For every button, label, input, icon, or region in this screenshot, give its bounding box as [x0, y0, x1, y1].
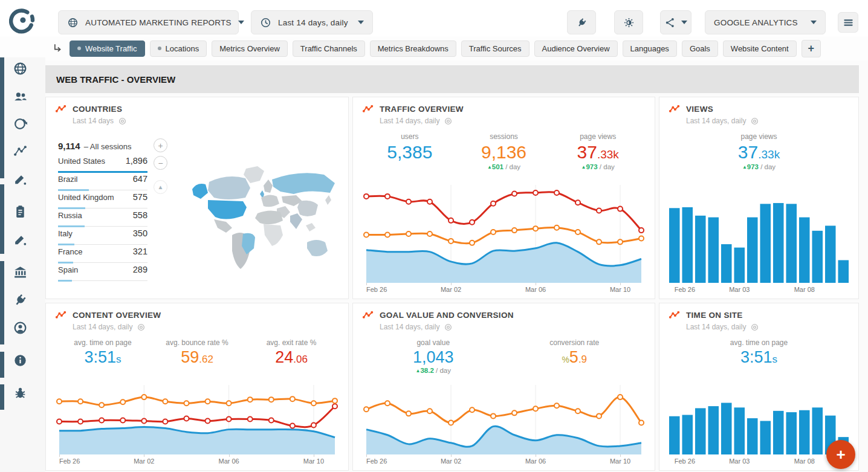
metric-avg-time-on-page: avg. time on page 3:51s	[669, 338, 849, 366]
metric-users: users 5,385	[363, 132, 457, 170]
add-widget-fab[interactable]: +	[826, 440, 855, 469]
all-sessions-total: 9,114 – All sessions	[58, 141, 167, 151]
integrations-button[interactable]	[567, 10, 596, 34]
chart-pulse-icon	[56, 105, 66, 114]
views-chart: Feb 26Mar 03Mar 08	[669, 196, 849, 294]
chevron-down-icon	[681, 21, 687, 24]
card-title: COUNTRIES	[73, 105, 122, 114]
map-recenter-button[interactable]: ▲	[154, 180, 167, 194]
sidebar-integrations-icon[interactable]	[13, 293, 28, 308]
tab-goals[interactable]: Goals	[682, 40, 718, 57]
sidebar-accent	[0, 261, 4, 344]
map-zoom-out-button[interactable]: −	[154, 156, 167, 170]
tab-traffic-channels[interactable]: Traffic Channels	[293, 40, 365, 57]
date-range-label: Last 14 days, daily	[278, 18, 348, 27]
card-subtitle: Last 14 days, daily	[380, 323, 439, 331]
country-row-united-states: United States1,896	[58, 154, 147, 172]
chart-x-axis: Feb 26Mar 02Mar 06Mar 10	[56, 454, 338, 465]
tab-metrics-overview[interactable]: Metrics Overview	[212, 40, 288, 57]
metric-page-views: page views 37.33k ▲973 / day	[551, 132, 645, 170]
tab-metrics-breakdowns[interactable]: Metrics Breakdowns	[370, 40, 456, 57]
chart-plot	[669, 196, 849, 283]
metric-conversion-rate: conversion rate %5.9	[504, 338, 646, 374]
sidebar-world-sessions-icon[interactable]	[13, 116, 28, 131]
dashboard-tabs: Website Traffic Locations Metrics Overvi…	[51, 36, 821, 60]
share-icon	[664, 17, 676, 28]
chart-pulse-icon	[363, 311, 374, 320]
sidebar-compose-icon[interactable]	[13, 232, 28, 247]
map-zoom-in-button[interactable]: +	[154, 138, 167, 152]
tab-dot	[158, 47, 161, 50]
sidebar-reports-icon[interactable]	[13, 204, 28, 219]
target-icon	[751, 323, 759, 331]
report-selector-label: AUTOMATED MARKETING REPORTS	[85, 18, 232, 27]
metric-sessions: sessions 9,136 ▲501 / day	[457, 132, 551, 170]
chevron-down-icon	[358, 21, 364, 24]
traffic-overview-chart: Feb 26Mar 02Mar 06Mar 10	[363, 185, 645, 294]
content-overview-chart: Feb 26Mar 02Mar 06Mar 10	[56, 385, 338, 465]
card-countries: COUNTRIES Last 14 days 9,114 – All sessi…	[45, 97, 349, 299]
chart-plot	[56, 385, 338, 454]
tab-traffic-sources[interactable]: Traffic Sources	[461, 40, 530, 57]
sidebar-bug-report-icon[interactable]	[13, 386, 28, 401]
metric-avg-time-on-page: avg. time on page 3:51s	[56, 338, 150, 366]
share-button[interactable]	[660, 10, 691, 34]
country-row-russia: Russia558	[58, 209, 147, 227]
theme-toggle-button[interactable]	[614, 10, 643, 34]
menu-button[interactable]	[838, 12, 858, 33]
metric-goal-value: goal value 1,043 ▲38.2 / day	[363, 338, 504, 374]
card-traffic-overview: TRAFFIC OVERVIEW Last 14 days, daily use…	[352, 97, 655, 299]
integration-selector[interactable]: GOOGLE ANALYTICS	[705, 10, 826, 34]
metric-avg-bounce-rate: avg. bounce rate % 59.62	[150, 338, 244, 366]
card-title: CONTENT OVERVIEW	[73, 311, 161, 320]
chart-pulse-icon	[669, 105, 680, 114]
metric-page-views: page views 37.33k ▲973 / day	[669, 132, 849, 170]
card-subtitle: Last 14 days	[73, 117, 114, 125]
delta-up-icon: ▲	[742, 164, 747, 170]
target-icon	[137, 323, 145, 331]
subdirectory-arrow-icon	[51, 42, 63, 54]
tab-languages[interactable]: Languages	[623, 40, 677, 57]
tab-dot	[77, 47, 81, 50]
app-logo[interactable]	[9, 8, 36, 35]
sidebar-web-icon[interactable]	[13, 61, 28, 76]
add-tab-button[interactable]: +	[802, 40, 821, 57]
target-icon	[444, 117, 452, 125]
target-icon	[118, 117, 126, 125]
plus-icon: +	[808, 42, 814, 55]
card-subtitle: Last 14 days, daily	[73, 323, 132, 331]
sidebar-account-bank-icon[interactable]	[13, 265, 28, 280]
tab-audience-overview[interactable]: Audience Overview	[534, 40, 618, 57]
sidebar-account-icon[interactable]	[13, 320, 28, 335]
tab-locations[interactable]: Locations	[150, 40, 207, 57]
sidebar-accent	[0, 352, 4, 378]
plug-icon	[576, 17, 588, 28]
country-row-italy: Italy350	[58, 227, 147, 245]
country-row-united-kingdom: United Kingdom575	[58, 190, 147, 209]
hamburger-icon	[843, 17, 854, 28]
chart-plot	[363, 385, 645, 454]
tab-website-traffic[interactable]: Website Traffic	[70, 40, 145, 57]
date-range-selector[interactable]: Last 14 days, daily	[251, 10, 373, 34]
country-row-spain: Spain289	[58, 263, 147, 281]
card-views: VIEWS Last 14 days, daily page views 37.…	[659, 97, 859, 299]
card-title: TRAFFIC OVERVIEW	[380, 105, 464, 114]
chart-plot	[363, 185, 645, 283]
chart-x-axis: Feb 26Mar 02Mar 06Mar 10	[363, 283, 645, 294]
page-title: WEB TRAFFIC - OVERVIEW	[45, 65, 859, 93]
integration-selector-label: GOOGLE ANALYTICS	[714, 18, 798, 27]
tab-website-content[interactable]: Website Content	[723, 40, 797, 57]
target-icon	[751, 117, 759, 125]
world-map[interactable]	[187, 165, 343, 281]
sidebar-info-icon[interactable]	[13, 353, 28, 368]
sidebar-audience-icon[interactable]	[13, 89, 28, 104]
sidebar-accent	[0, 384, 4, 410]
country-row-france: France321	[58, 245, 147, 263]
sidebar-edit-icon[interactable]	[13, 172, 28, 187]
chart-pulse-icon	[56, 311, 66, 320]
report-selector[interactable]: AUTOMATED MARKETING REPORTS	[58, 10, 239, 34]
chart-pulse-icon	[363, 105, 374, 114]
card-subtitle: Last 14 days, daily	[686, 117, 746, 125]
card-title: GOAL VALUE AND CONVERSION	[380, 311, 514, 320]
sidebar-metrics-icon[interactable]	[13, 144, 28, 159]
